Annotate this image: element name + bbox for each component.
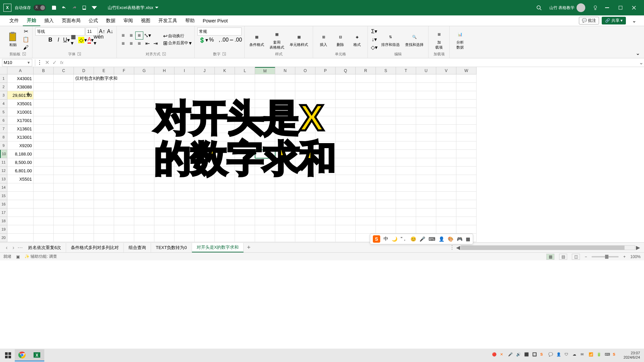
cell-U12[interactable] (416, 167, 436, 175)
cell-F17[interactable] (114, 208, 134, 217)
cell-P9[interactable] (315, 141, 336, 150)
cell-G4[interactable] (134, 100, 154, 108)
cell-K11[interactable] (215, 158, 235, 167)
cell-T3[interactable] (396, 91, 416, 100)
user-avatar[interactable] (577, 3, 585, 12)
number-format-select[interactable] (197, 27, 242, 36)
cell-M20[interactable] (255, 234, 275, 242)
cell-I7[interactable] (175, 125, 195, 133)
cell-S10[interactable] (376, 150, 396, 158)
cell-O11[interactable] (295, 158, 315, 167)
cell-L7[interactable] (235, 125, 255, 133)
align-dialog-launcher[interactable]: ↘ (162, 52, 166, 56)
cell-B6[interactable] (34, 116, 54, 125)
filename-dropdown-icon[interactable] (155, 6, 159, 9)
cell-T19[interactable] (396, 225, 416, 234)
cell-L9[interactable] (235, 141, 255, 150)
cell-W10[interactable] (456, 150, 477, 158)
cell-C2[interactable] (54, 83, 74, 91)
cell-C15[interactable] (54, 192, 74, 200)
row-header-7[interactable]: 7 (0, 125, 7, 133)
row-header-16[interactable]: 16 (0, 200, 7, 208)
cell-S16[interactable] (376, 200, 396, 208)
cell-L20[interactable] (235, 234, 255, 242)
col-header-G[interactable]: G (134, 67, 154, 74)
cell-T7[interactable] (396, 125, 416, 133)
col-header-U[interactable]: U (416, 67, 436, 74)
cell-G2[interactable] (134, 83, 154, 91)
cell-O10[interactable] (295, 150, 315, 158)
cell-A15[interactable] (7, 192, 34, 200)
cell-D1[interactable]: 仅对包含X的数字求和 (74, 74, 94, 83)
cell-B11[interactable] (34, 158, 54, 167)
align-middle-icon[interactable]: ≡ (128, 32, 135, 39)
cell-E5[interactable] (94, 108, 114, 116)
macro-record-icon[interactable]: ▣ (16, 254, 20, 259)
cell-K10[interactable] (215, 150, 235, 158)
cell-I10[interactable] (175, 150, 195, 158)
col-header-P[interactable]: P (315, 67, 336, 74)
cell-K13[interactable] (215, 175, 235, 183)
cell-R18[interactable] (356, 217, 376, 225)
cell-V11[interactable] (436, 158, 456, 167)
clear-icon[interactable]: ◇▾ (370, 44, 378, 51)
cell-J15[interactable] (195, 192, 215, 200)
cell-T9[interactable] (396, 141, 416, 150)
cell-K1[interactable] (215, 74, 235, 83)
cell-U9[interactable] (416, 141, 436, 150)
cell-K2[interactable] (215, 83, 235, 91)
cell-U6[interactable] (416, 116, 436, 125)
cell-D6[interactable] (74, 116, 94, 125)
cell-S12[interactable] (376, 167, 396, 175)
cell-R8[interactable] (356, 133, 376, 141)
cell-U15[interactable] (416, 192, 436, 200)
cell-V2[interactable] (436, 83, 456, 91)
cell-S2[interactable] (376, 83, 396, 91)
cell-D11[interactable] (74, 158, 94, 167)
cell-G12[interactable] (134, 167, 154, 175)
maximize-button[interactable] (614, 3, 627, 13)
cell-C12[interactable] (54, 167, 74, 175)
cell-C20[interactable] (54, 234, 74, 242)
cell-C13[interactable] (54, 175, 74, 183)
col-header-O[interactable]: O (295, 67, 315, 74)
cell-T16[interactable] (396, 200, 416, 208)
hscroll-left-icon[interactable]: ◀ (455, 244, 461, 251)
tab-formula[interactable]: 公式 (85, 15, 102, 26)
sheet-nav-more-icon[interactable]: ⋯ (17, 244, 23, 251)
cell-L6[interactable] (235, 116, 255, 125)
cell-M14[interactable] (255, 183, 275, 192)
cell-V8[interactable] (436, 133, 456, 141)
cell-T18[interactable] (396, 217, 416, 225)
sogou-logo-icon[interactable]: S (373, 235, 380, 243)
cell-G15[interactable] (134, 192, 154, 200)
cancel-formula-icon[interactable]: ✕ (43, 59, 51, 66)
cell-J18[interactable] (195, 217, 215, 225)
fill-icon[interactable]: ↓▾ (370, 36, 378, 43)
cell-Q6[interactable] (336, 116, 356, 125)
username[interactable]: 山竹 表格教学 (549, 5, 575, 11)
cell-C16[interactable] (54, 200, 74, 208)
row-header-4[interactable]: 4 (0, 100, 7, 108)
cell-L10[interactable] (235, 150, 255, 158)
cell-M9[interactable] (255, 141, 275, 150)
tab-insert[interactable]: 插入 (40, 15, 58, 26)
cell-G8[interactable] (134, 133, 154, 141)
cell-W5[interactable] (456, 108, 477, 116)
col-header-B[interactable]: B (34, 67, 54, 74)
cell-E10[interactable] (94, 150, 114, 158)
cell-S17[interactable] (376, 208, 396, 217)
cell-B18[interactable] (34, 217, 54, 225)
cell-O14[interactable] (295, 183, 315, 192)
cell-G5[interactable] (134, 108, 154, 116)
row-header-3[interactable]: 3 (0, 91, 7, 100)
zoom-level[interactable]: 100% (630, 254, 641, 259)
cell-N2[interactable] (275, 83, 295, 91)
cell-J4[interactable] (195, 100, 215, 108)
cell-B14[interactable] (34, 183, 54, 192)
cell-R19[interactable] (356, 225, 376, 234)
cell-Q15[interactable] (336, 192, 356, 200)
cell-U5[interactable] (416, 108, 436, 116)
undo-icon[interactable] (60, 3, 68, 12)
cell-T2[interactable] (396, 83, 416, 91)
